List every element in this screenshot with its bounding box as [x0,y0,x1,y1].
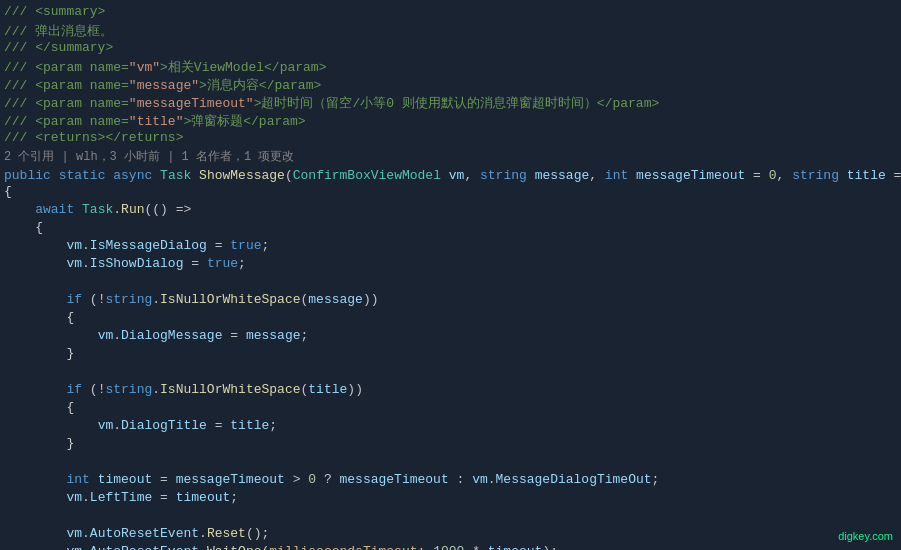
code-line: } [0,436,901,454]
code-line [0,364,901,382]
meta-info-line: 2 个引用 | wlh，3 小时前 | 1 名作者，1 项更改 [0,148,901,166]
code-line: { [0,310,901,328]
code-line: /// <param name="message">消息内容</param> [0,76,901,94]
code-line: /// <summary> [0,4,901,22]
code-line: /// </summary> [0,40,901,58]
code-line: vm.AutoResetEvent.WaitOne(millisecondsTi… [0,544,901,550]
code-line: /// <returns></returns> [0,130,901,148]
code-line: vm.IsMessageDialog = true; [0,238,901,256]
code-line: { [0,400,901,418]
code-line [0,508,901,526]
code-line: await Task.Run(() => [0,202,901,220]
code-line: vm.DialogMessage = message; [0,328,901,346]
code-line [0,454,901,472]
code-line: vm.IsShowDialog = true; [0,256,901,274]
method-signature-line: public static async Task ShowMessage(Con… [0,166,901,184]
code-line: if (!string.IsNullOrWhiteSpace(title)) [0,382,901,400]
code-line: /// <param name="messageTimeout">超时时间（留空… [0,94,901,112]
code-line: if (!string.IsNullOrWhiteSpace(message)) [0,292,901,310]
code-line [0,274,901,292]
code-line: /// 弹出消息框。 [0,22,901,40]
code-editor: /// <summary> /// 弹出消息框。 /// </summary> … [0,0,901,550]
code-line: vm.AutoResetEvent.Reset(); [0,526,901,544]
code-line: /// <param name="title">弹窗标题</param> [0,112,901,130]
code-line: /// <param name="vm">相关ViewModel</param> [0,58,901,76]
code-line: vm.LeftTime = timeout; [0,490,901,508]
watermark: digkey.com [838,530,893,542]
code-line: } [0,346,901,364]
code-line: vm.DialogTitle = title; [0,418,901,436]
code-line: { [0,184,901,202]
code-line: int timeout = messageTimeout > 0 ? messa… [0,472,901,490]
code-line: { [0,220,901,238]
